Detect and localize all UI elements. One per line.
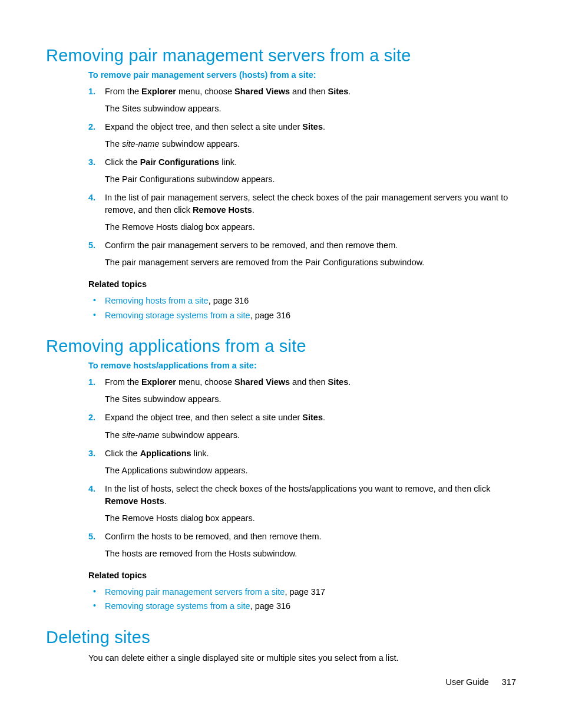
step-text: Confirm the hosts to be removed, and the… [105, 532, 322, 541]
related-topics-heading: Related topics [88, 279, 516, 289]
procedure-intro: To remove hosts/applications from a site… [88, 361, 516, 370]
related-suffix: , page 317 [285, 587, 325, 597]
step-result: The site-name subwindow appears. [105, 138, 516, 150]
step-item: Expand the object tree, and then select … [88, 121, 516, 150]
step-result: The Pair Configurations subwindow appear… [105, 173, 516, 186]
document-page: Removing pair management servers from a … [0, 0, 562, 728]
step-text: In the list of pair management servers, … [105, 193, 508, 215]
step-text: From the Explorer menu, choose Shared Vi… [105, 87, 351, 96]
step-result: The pair management servers are removed … [105, 256, 516, 269]
step-result: The hosts are removed from the Hosts sub… [105, 548, 516, 560]
related-topics-list: Removing pair management servers from a … [88, 585, 516, 614]
related-link[interactable]: Removing pair management servers from a … [105, 587, 285, 597]
related-link[interactable]: Removing hosts from a site [105, 296, 209, 305]
step-result: The Remove Hosts dialog box appears. [105, 221, 516, 233]
heading-deleting-sites: Deleting sites [46, 628, 516, 647]
body-paragraph: You can delete either a single displayed… [88, 652, 516, 664]
related-suffix: , page 316 [250, 601, 291, 611]
step-text: From the Explorer menu, choose Shared Vi… [105, 377, 351, 387]
footer-label: User Guide [445, 677, 488, 687]
page-footer: User Guide 317 [445, 677, 516, 687]
related-item: Removing hosts from a site, page 316 [88, 294, 516, 308]
step-result: The Remove Hosts dialog box appears. [105, 512, 516, 525]
procedure-steps: From the Explorer menu, choose Shared Vi… [88, 376, 516, 559]
related-link[interactable]: Removing storage systems from a site [105, 601, 250, 611]
page-number: 317 [502, 677, 516, 687]
step-item: From the Explorer menu, choose Shared Vi… [88, 376, 516, 406]
step-text: Confirm the pair management servers to b… [105, 241, 398, 250]
step-text: Click the Applications link. [105, 449, 209, 458]
step-result: The Applications subwindow appears. [105, 465, 516, 477]
step-item: Confirm the pair management servers to b… [88, 239, 516, 269]
heading-removing-applications: Removing applications from a site [46, 337, 516, 356]
step-result: The Sites subwindow appears. [105, 393, 516, 406]
step-result: The site-name subwindow appears. [105, 429, 516, 442]
step-result: The Sites subwindow appears. [105, 103, 516, 115]
related-suffix: , page 316 [250, 311, 291, 320]
step-text: In the list of hosts, select the check b… [105, 484, 490, 506]
step-item: In the list of hosts, select the check b… [88, 483, 516, 525]
step-item: Expand the object tree, and then select … [88, 411, 516, 441]
procedure-steps: From the Explorer menu, choose Shared Vi… [88, 85, 516, 269]
related-item: Removing storage systems from a site, pa… [88, 599, 516, 614]
step-text: Click the Pair Configurations link. [105, 157, 237, 167]
heading-removing-pair-mgmt: Removing pair management servers from a … [46, 46, 516, 65]
related-item: Removing pair management servers from a … [88, 585, 516, 599]
step-item: Confirm the hosts to be removed, and the… [88, 531, 516, 560]
step-item: From the Explorer menu, choose Shared Vi… [88, 85, 516, 115]
procedure-intro: To remove pair management servers (hosts… [88, 70, 516, 80]
step-text: Expand the object tree, and then select … [105, 413, 325, 422]
related-topics-list: Removing hosts from a site, page 316 Rem… [88, 294, 516, 322]
step-text: Expand the object tree, and then select … [105, 122, 325, 131]
related-link[interactable]: Removing storage systems from a site [105, 311, 250, 320]
related-item: Removing storage systems from a site, pa… [88, 308, 516, 323]
related-suffix: , page 316 [209, 296, 249, 305]
step-item: In the list of pair management servers, … [88, 192, 516, 233]
step-item: Click the Applications link. The Applica… [88, 447, 516, 477]
related-topics-heading: Related topics [88, 571, 516, 580]
step-item: Click the Pair Configurations link. The … [88, 156, 516, 186]
